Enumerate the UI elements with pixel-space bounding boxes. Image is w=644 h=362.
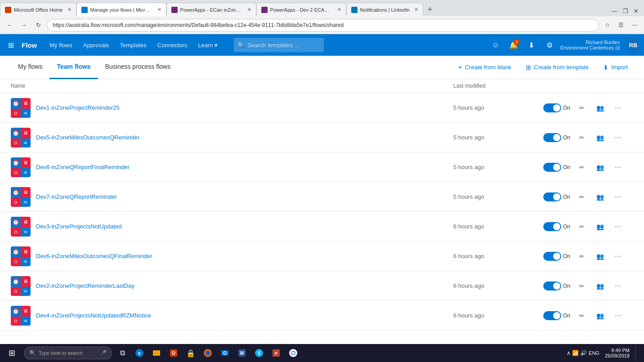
edit-button[interactable]: ✏ [576, 220, 588, 233]
more-button[interactable]: ⋯ [612, 280, 624, 292]
flow-icon-extra: ✉ [21, 287, 31, 296]
minimize-button[interactable]: — [610, 6, 619, 16]
toggle-track[interactable] [543, 222, 561, 231]
share-button[interactable]: 👥 [594, 161, 606, 174]
back-button[interactable]: ← [4, 19, 15, 31]
flow-toggle[interactable]: On [543, 311, 570, 320]
forward-button[interactable]: → [18, 19, 30, 31]
user-info[interactable]: Richard Burdes Environment Canterbury (d [560, 40, 620, 50]
star-icon[interactable]: ☆ [602, 19, 613, 31]
share-button[interactable]: 👥 [594, 191, 606, 203]
tab-close-4[interactable]: ✕ [337, 7, 341, 13]
flow-toggle[interactable]: On [543, 192, 570, 201]
edit-button[interactable]: ✏ [576, 102, 588, 114]
nav-learn[interactable]: Learn ▾ [192, 34, 223, 56]
browser-tab-2[interactable]: Manage your flows | Microsoft Fl... ✕ [76, 3, 166, 16]
browser-tab-5[interactable]: Notifications | LinkedIn ✕ [346, 3, 423, 16]
flow-toggle[interactable]: On [543, 103, 570, 112]
restore-button[interactable]: ❐ [621, 6, 630, 16]
toggle-label: On [563, 223, 570, 230]
flow-row[interactable]: ⏰ 🖥 O ✉ Dev6-inZoneMilesOutcomesQFinalRe… [0, 241, 644, 271]
more-button[interactable]: ⋯ [612, 250, 624, 263]
flow-row[interactable]: ⏰ 🖥 O ✉ Dev3-inZoneProjectsNotUpdated 6 … [0, 212, 644, 241]
address-input[interactable] [47, 19, 599, 31]
import-button[interactable]: ⬇ Import [598, 61, 633, 74]
toggle-track[interactable] [543, 282, 561, 290]
tab-team-flows[interactable]: Team flows [49, 56, 98, 79]
tab-actions: + Create from blank ⊞ Create from templa… [452, 61, 633, 74]
toggle-track[interactable] [543, 163, 561, 172]
tab-my-flows[interactable]: My flows [11, 56, 49, 79]
browser-menu-icon[interactable]: ⋯ [629, 19, 640, 31]
browser-tab-3[interactable]: PowerApps - ECan inZone - Trai... ✕ [166, 3, 256, 16]
nav-connectors[interactable]: Connectors [152, 34, 192, 56]
toggle-track[interactable] [543, 103, 561, 112]
flow-toggle[interactable]: On [543, 163, 570, 172]
create-template-button[interactable]: ⊞ Create from template [520, 61, 594, 74]
toggle-track[interactable] [543, 133, 561, 142]
tab-close-1[interactable]: ✕ [67, 7, 72, 13]
smiley-icon[interactable]: ☺ [488, 38, 503, 52]
edit-button[interactable]: ✏ [576, 191, 588, 203]
flow-icon-extra: ✉ [21, 198, 31, 207]
tab-close-2[interactable]: ✕ [157, 7, 161, 13]
search-input[interactable] [247, 42, 310, 49]
nav-my-flows[interactable]: My flows [44, 34, 78, 56]
more-button[interactable]: ⋯ [612, 309, 624, 322]
flow-row[interactable]: ⏰ 🖥 O ✉ Dev1-inZoneProjectReminder25 5 h… [0, 93, 644, 123]
flow-row[interactable]: ⏰ 🖥 O ✉ Dev2-inZoneProjectReminderLastDa… [0, 271, 644, 301]
settings-icon[interactable]: ⚙ [542, 38, 557, 52]
flow-toggle[interactable]: On [543, 252, 570, 261]
more-button[interactable]: ⋯ [612, 102, 624, 114]
search-box[interactable]: 🔍 [234, 38, 324, 52]
share-button[interactable]: 👥 [594, 309, 606, 322]
toggle-track[interactable] [543, 311, 561, 320]
flow-toggle[interactable]: On [543, 282, 570, 290]
avatar[interactable]: RB [626, 38, 640, 52]
flow-toggle[interactable]: On [543, 133, 570, 142]
more-button[interactable]: ⋯ [612, 131, 624, 144]
close-button[interactable]: ✕ [632, 6, 640, 16]
more-button[interactable]: ⋯ [612, 191, 624, 203]
edit-button[interactable]: ✏ [576, 309, 588, 322]
browser-tab-1[interactable]: Microsoft Office Home ✕ [0, 3, 76, 16]
more-button[interactable]: ⋯ [612, 220, 624, 233]
toggle-track[interactable] [543, 252, 561, 261]
create-blank-button[interactable]: + Create from blank [452, 61, 517, 74]
tab-business-process-flows[interactable]: Business process flows [98, 56, 178, 79]
nav-approvals[interactable]: Approvals [78, 34, 115, 56]
share-button[interactable]: 👥 [594, 250, 606, 263]
edit-button[interactable]: ✏ [576, 131, 588, 144]
refresh-button[interactable]: ↻ [32, 19, 44, 31]
share-button[interactable]: 👥 [594, 220, 606, 233]
notification-bell[interactable]: 🔔 3 [506, 38, 521, 52]
hub-icon[interactable]: ☰ [615, 19, 627, 31]
toggle-track[interactable] [543, 192, 561, 201]
edit-button[interactable]: ✏ [576, 250, 588, 263]
tabs-bar: My flows Team flows Business process flo… [0, 56, 644, 79]
share-button[interactable]: 👥 [594, 102, 606, 114]
flow-row[interactable]: ⏰ 🖥 O ✉ Dev8-inZoneQReportFinalReminder … [0, 152, 644, 182]
download-icon[interactable]: ⬇ [524, 38, 539, 52]
share-button[interactable]: 👥 [594, 131, 606, 144]
flow-row[interactable]: ⏰ 🖥 O ✉ Dev7-inZoneQReportReminder 5 hou… [0, 182, 644, 212]
flow-row[interactable]: ⏰ 🖥 O ✉ Dev4-inZoneProjectsNotUpdatedRZM… [0, 301, 644, 331]
browser-tab-4[interactable]: PowerApps - Dev 2 ECAN InZon... ✕ [256, 3, 346, 16]
tab-close-5[interactable]: ✕ [414, 7, 418, 13]
flow-controls: On ✏ 👥 ⋯ [543, 220, 633, 233]
waffle-menu[interactable]: ⊞ [4, 38, 18, 52]
new-tab-button[interactable]: + [423, 3, 437, 16]
flow-modified: 5 hours ago [453, 164, 543, 170]
edit-button[interactable]: ✏ [576, 161, 588, 174]
flow-controls: On ✏ 👥 ⋯ [543, 280, 633, 292]
browser-tab-bar: Microsoft Office Home ✕ Manage your flow… [0, 0, 644, 16]
share-button[interactable]: 👥 [594, 280, 606, 292]
nav-templates[interactable]: Templates [115, 34, 152, 56]
flow-toggle[interactable]: On [543, 222, 570, 231]
more-button[interactable]: ⋯ [612, 161, 624, 174]
tab-close-3[interactable]: ✕ [247, 7, 251, 13]
toggle-thumb [553, 253, 560, 260]
flow-icon: ⏰ 🖥 O ✉ [11, 98, 31, 118]
flow-row[interactable]: ⏰ 🖥 O ✉ Dev5-inZoneMilesOutcomesQReminde… [0, 123, 644, 152]
edit-button[interactable]: ✏ [576, 280, 588, 292]
